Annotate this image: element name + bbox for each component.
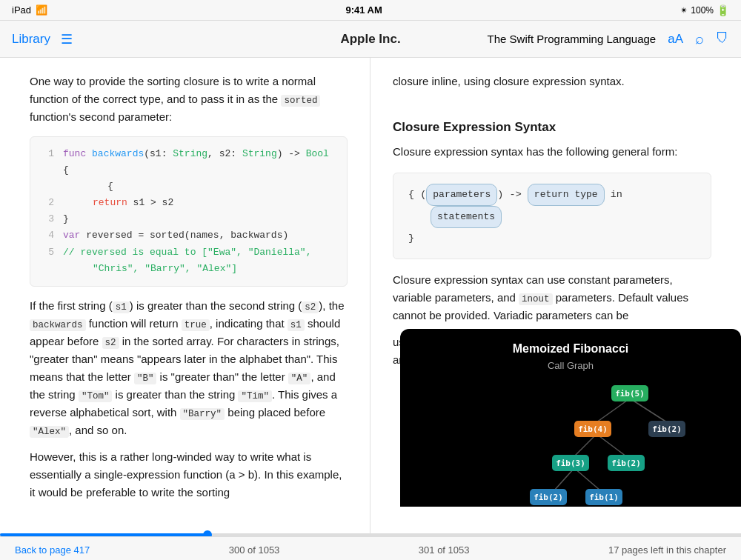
closure-syntax-block: { (parameters) -> return type in stateme… [393,173,711,259]
Tim-code: "Tim" [238,390,272,402]
code-line-5: 5 // reversed is equal to ["Ewa", "Danie… [42,244,335,261]
backwards-code: backwards [30,319,86,331]
svg-text:fib(1): fib(1) [589,493,619,502]
svg-text:fib(4): fib(4) [578,424,608,434]
s1-code: s1 [113,301,130,313]
true-code: true [182,319,210,331]
svg-text:fib(2): fib(2) [652,424,682,434]
code-line-1: 1 func backwards(s1: String, s2: String)… [42,146,335,179]
right-para2: Closure expression syntax can use consta… [393,271,711,324]
status-bar: iPad 📶 9:41 AM ✴ 100% 🔋 [0,0,741,21]
bookmark-icon[interactable]: ⛉ [716,31,729,47]
Barry-code: "Barry" [180,408,225,420]
A-code: "A" [288,373,311,384]
left-intro-para: One way to provide the sorting closure i… [30,73,348,126]
parameters-pill: parameters [426,184,497,206]
status-time: 9:41 AM [345,4,382,16]
list-icon[interactable]: ☰ [61,31,73,47]
bluetooth-icon: ✴ [680,5,688,16]
back-link[interactable]: Back to page 417 [15,544,90,556]
popup-subtitle: Call Graph [400,359,741,374]
status-left: iPad 📶 [12,4,47,16]
popup-overlay: Memoized Fibonacci Call Graph fib(5) [400,329,741,507]
pages-left: 17 pages left in this chapter [608,544,726,556]
status-right: ✴ 100% 🔋 [680,4,729,16]
main-content: One way to provide the sorting closure i… [0,58,741,533]
popup-graph: fib(5) fib(4) fib(2) fib(3) fib(2) [400,376,741,507]
nav-bar: Library ☰ Apple Inc. The Swift Programmi… [0,21,741,58]
svg-line-0 [597,399,630,422]
right-book-title: The Swift Programming Language [488,33,657,45]
bottom-bar: Back to page 417 300 of 1053 301 of 1053… [0,536,741,560]
left-para3: However, this is a rather long-winded wa… [30,448,348,501]
closure-line-2: statements [408,206,696,228]
code-line-1b: { [42,179,335,195]
battery-label: 100% [691,5,714,16]
section-title: Closure Expression Syntax [393,117,711,137]
left-page: One way to provide the sorting closure i… [0,58,370,533]
nav-center-title: Apple Inc. [340,32,400,47]
svg-line-1 [630,399,667,422]
library-button[interactable]: Library [12,32,50,47]
battery-icon: 🔋 [717,4,729,16]
s1b-code: s1 [288,319,305,331]
svg-line-2 [574,434,597,456]
code-line-2: 2 return s1 > s2 [42,195,335,211]
code-line-5b: "Chris", "Barry", "Alex"] [42,261,335,277]
B-code: "B" [134,373,157,384]
svg-text:fib(5): fib(5) [615,389,645,399]
svg-line-4 [554,468,574,490]
sorted-code: sorted [281,95,320,107]
s2-code: s2 [302,301,319,313]
right-page: closure inline, using closure expression… [370,58,741,533]
svg-text:fib(2): fib(2) [534,493,563,502]
popup-title-area: Memoized Fibonacci Call Graph [400,329,741,376]
code-block: 1 func backwards(s1: String, s2: String)… [30,136,348,287]
section-intro: Closure expression syntax has the follow… [393,143,711,161]
search-icon[interactable]: ⌕ [695,30,704,47]
code-line-3: 3 } [42,211,335,227]
return-type-pill: return type [528,184,605,206]
nav-right: The Swift Programming Language aA ⌕ ⛉ [488,30,729,47]
Alex-code: "Alex" [30,426,69,438]
svg-line-5 [574,468,600,490]
popup-title: Memoized Fibonacci [400,339,741,359]
device-label: iPad [12,4,31,16]
Tom-code: "Tom" [79,390,113,402]
right-page-num: 301 of 1053 [419,544,470,556]
left-para2: If the first string (s1) is greater than… [30,297,348,439]
inout-code: inout [519,293,553,305]
svg-text:fib(2): fib(2) [611,459,641,468]
nav-left: Library ☰ [12,31,160,47]
svg-text:fib(3): fib(3) [556,459,585,468]
wifi-icon: 📶 [36,4,47,16]
left-page-num: 300 of 1053 [229,544,280,556]
s2b-code: s2 [102,337,119,349]
font-size-icon[interactable]: aA [668,32,683,47]
svg-line-3 [597,434,626,456]
closure-line-1: { (parameters) -> return type in [408,184,696,206]
code-line-4: 4 var reversed = sorted(names, backwards… [42,227,335,244]
call-graph-svg: fib(5) fib(4) fib(2) fib(3) fib(2) [400,376,741,507]
closure-line-3: } [408,228,696,248]
statements-pill: statements [431,206,502,228]
right-intro: closure inline, using closure expression… [393,73,711,90]
